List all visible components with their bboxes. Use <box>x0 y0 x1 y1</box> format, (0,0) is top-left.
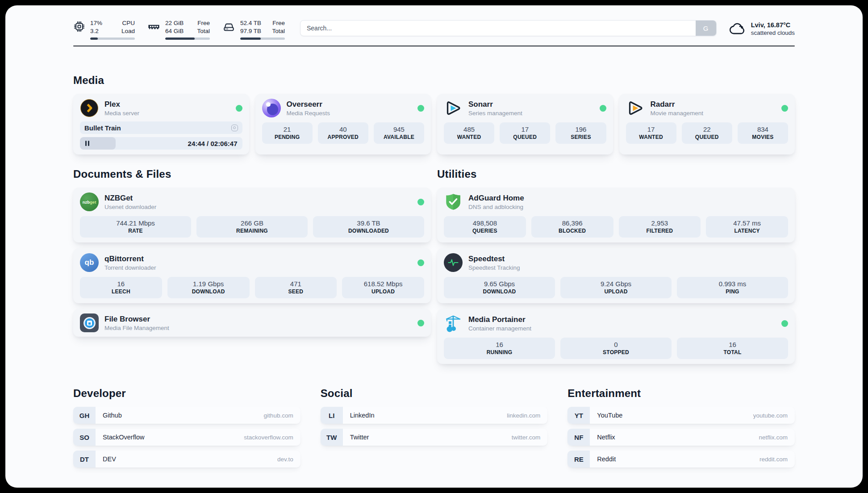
stat-available: 945AVAILABLE <box>374 122 424 144</box>
stat-wanted: 485WANTED <box>444 122 494 144</box>
link-dev[interactable]: DT DEV dev.to <box>73 451 300 468</box>
portainer-app-link[interactable]: Media Portainer Container management <box>444 314 788 333</box>
section-title-social: Social <box>321 387 548 400</box>
speedtest-card: Speedtest Speedtest Tracking 9.65 GbpsDO… <box>437 248 795 303</box>
overseerr-card: Overseerr Media Requests 21PENDING 40APP… <box>255 94 431 155</box>
bookmark-group-entertainment: Entertainment YT YouTube youtube.com NF … <box>568 387 795 472</box>
status-dot <box>236 105 242 112</box>
radarr-icon <box>626 99 645 117</box>
portainer-icon <box>444 314 463 333</box>
sonarr-app-link[interactable]: Sonarr Series management <box>444 99 606 117</box>
ram-icon <box>147 21 160 33</box>
section-title-documents: Documents & Files <box>73 168 431 180</box>
dashboard-page: 17% 3.2 CPU Load <box>5 5 863 488</box>
weather-location-temp: Lviv, 16.87°C <box>751 21 795 29</box>
radarr-app-link[interactable]: Radarr Movie management <box>626 99 789 117</box>
link-tag: RE <box>568 451 590 468</box>
disk-progress-bar <box>240 38 285 40</box>
qbittorrent-app-link[interactable]: qb qBittorrent Torrent downloader <box>80 253 424 272</box>
qbittorrent-card: qb qBittorrent Torrent downloader 16LEEC… <box>73 248 431 303</box>
stat-stopped: 0STOPPED <box>560 338 672 359</box>
cpu-stat: 17% 3.2 CPU Load <box>73 19 135 39</box>
speedtest-app-link[interactable]: Speedtest Speedtest Tracking <box>444 253 788 272</box>
stat-rate: 744.21 MbpsRATE <box>80 216 191 238</box>
adguard-card: AdGuard Home DNS and adblocking 498,508Q… <box>437 188 795 242</box>
adguard-app-link[interactable]: AdGuard Home DNS and adblocking <box>444 192 788 211</box>
app-description: DNS and adblocking <box>468 204 524 210</box>
portainer-card: Media Portainer Container management 16R… <box>437 309 795 364</box>
section-utilities: Utilities <box>437 168 795 364</box>
status-dot <box>781 320 788 327</box>
app-description: Container management <box>468 325 531 332</box>
app-name: Speedtest <box>468 254 520 263</box>
plex-card: Plex Media server Bullet Train 24:44 / 0… <box>73 94 249 155</box>
header-divider <box>73 46 795 46</box>
weather-condition: scattered clouds <box>751 29 795 36</box>
stat-series: 196SERIES <box>555 122 606 144</box>
search-engine-button[interactable]: G <box>696 21 716 36</box>
stat-download: 1.19 GbpsDOWNLOAD <box>167 277 250 298</box>
nzbget-app-link[interactable]: nzbget NZBGet Usenet downloader <box>80 192 424 211</box>
stat-total: 16TOTAL <box>677 338 788 359</box>
bookmark-group-developer: Developer GH Github github.com SO StackO… <box>73 387 300 472</box>
app-name: Plex <box>104 100 139 109</box>
plex-app-link[interactable]: Plex Media server <box>80 99 242 117</box>
stat-upload: 9.24 GbpsUPLOAD <box>560 277 672 298</box>
sonarr-icon <box>444 99 463 117</box>
app-name: NZBGet <box>104 193 156 203</box>
ram-labels: Free Total <box>197 19 210 35</box>
cpu-icon <box>73 21 85 33</box>
link-youtube[interactable]: YT YouTube youtube.com <box>568 407 795 424</box>
session-icon <box>231 125 238 131</box>
link-tag: TW <box>321 429 343 446</box>
adguard-icon <box>444 192 463 211</box>
status-dot <box>417 320 424 326</box>
app-description: Media server <box>104 110 139 117</box>
app-name: File Browser <box>104 314 169 324</box>
qbittorrent-icon: qb <box>80 253 99 272</box>
link-tag: NF <box>568 429 590 446</box>
weather-widget: Lviv, 16.87°C scattered clouds <box>729 21 795 36</box>
link-github[interactable]: GH Github github.com <box>73 407 300 424</box>
stat-queries: 498,508QUERIES <box>444 216 526 238</box>
disk-stat: 52.4 TB 97.9 TB Free Total <box>222 19 285 39</box>
section-documents: Documents & Files nzbget NZBGet Usenet d… <box>73 168 431 337</box>
app-name: Media Portainer <box>468 315 531 324</box>
filebrowser-app-link[interactable]: File Browser Media File Management <box>80 313 424 332</box>
link-linkedin[interactable]: LI LinkedIn linkedin.com <box>321 407 548 424</box>
app-description: Movie management <box>651 110 704 117</box>
stat-seed: 471SEED <box>255 277 337 298</box>
link-twitter[interactable]: TW Twitter twitter.com <box>321 429 548 446</box>
link-reddit[interactable]: RE Reddit reddit.com <box>568 451 795 468</box>
nzbget-card: nzbget NZBGet Usenet downloader 744.21 M… <box>73 188 431 242</box>
now-playing-title: Bullet Train <box>84 124 121 132</box>
link-stackoverflow[interactable]: SO StackOverflow stackoverflow.com <box>73 429 300 446</box>
stat-filtered: 2,953FILTERED <box>619 216 701 238</box>
disk-labels: Free Total <box>272 19 285 35</box>
overseerr-app-link[interactable]: Overseerr Media Requests <box>262 99 425 117</box>
stat-pending: 21PENDING <box>262 122 313 144</box>
now-playing-row: Bullet Train <box>80 121 242 134</box>
link-tag: DT <box>73 451 96 468</box>
pause-icon[interactable] <box>85 141 91 146</box>
stat-remaining: 266 GBREMAINING <box>196 216 308 238</box>
top-bar: 17% 3.2 CPU Load <box>73 5 795 40</box>
filebrowser-card: File Browser Media File Management <box>73 309 431 337</box>
link-netflix[interactable]: NF Netflix netflix.com <box>568 429 795 446</box>
status-dot <box>417 199 424 205</box>
app-name: AdGuard Home <box>468 193 524 203</box>
app-name: qBittorrent <box>104 254 156 263</box>
stat-running: 16RUNNING <box>444 338 555 359</box>
link-tag: YT <box>568 407 590 424</box>
sonarr-card: Sonarr Series management 485WANTED 17QUE… <box>437 94 613 155</box>
search-input[interactable] <box>300 20 717 36</box>
app-description: Series management <box>468 110 522 117</box>
cpu-values: 17% 3.2 <box>90 19 102 35</box>
stat-upload: 618.52 MbpsUPLOAD <box>342 277 424 298</box>
app-description: Media File Management <box>104 325 169 331</box>
stat-blocked: 86,396BLOCKED <box>531 216 613 238</box>
app-name: Overseerr <box>287 100 330 109</box>
app-name: Radarr <box>651 100 704 109</box>
section-title-media: Media <box>73 74 795 87</box>
stat-leech: 16LEECH <box>80 277 162 298</box>
